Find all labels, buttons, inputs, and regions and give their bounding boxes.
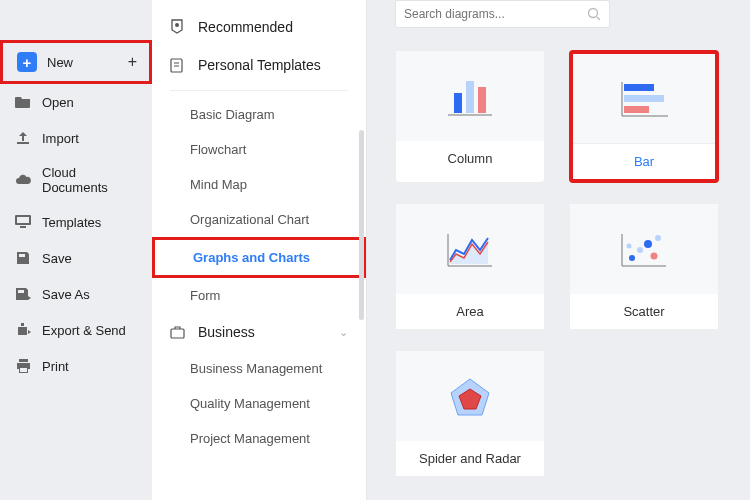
card-bar[interactable]: Bar <box>569 50 719 183</box>
sidebar-item-save[interactable]: Save <box>0 240 152 276</box>
sidebar-item-cloud[interactable]: Cloud Documents <box>0 156 152 204</box>
cloud-icon <box>14 171 32 189</box>
panel-recommended[interactable]: Recommended <box>152 8 366 46</box>
sidebar-item-new[interactable]: + New + <box>0 40 152 84</box>
panel-business[interactable]: Business ⌄ <box>152 313 366 351</box>
panel-sub-quality[interactable]: Quality Management <box>152 386 366 421</box>
card-column[interactable]: Column <box>395 50 545 183</box>
area-chart-icon <box>396 204 544 294</box>
print-icon <box>14 357 32 375</box>
panel-sub-mindmap[interactable]: Mind Map <box>152 167 366 202</box>
save-as-icon <box>14 285 32 303</box>
save-icon <box>14 249 32 267</box>
sidebar-item-label: Import <box>42 131 79 146</box>
panel-sub-form[interactable]: Form <box>152 278 366 313</box>
sidebar-item-label: Templates <box>42 215 101 230</box>
svg-rect-2 <box>20 226 26 228</box>
panel-sub-graphs[interactable]: Graphs and Charts <box>152 237 366 278</box>
document-icon <box>170 58 188 73</box>
card-label: Area <box>396 294 544 329</box>
templates-icon <box>14 213 32 231</box>
main-area: Column Bar <box>367 0 750 500</box>
plus-icon: + <box>17 52 37 72</box>
sidebar-item-save-as[interactable]: Save As <box>0 276 152 312</box>
card-label: Spider and Radar <box>396 441 544 476</box>
svg-rect-19 <box>624 106 649 113</box>
card-label: Scatter <box>570 294 718 329</box>
svg-rect-14 <box>478 87 486 113</box>
badge-icon <box>170 19 188 35</box>
svg-rect-12 <box>454 93 462 113</box>
card-label: Bar <box>573 144 715 179</box>
svg-point-24 <box>629 255 635 261</box>
panel-personal[interactable]: Personal Templates <box>152 46 366 84</box>
add-icon: + <box>128 53 137 71</box>
card-area[interactable]: Area <box>395 203 545 330</box>
sidebar-item-label: Export & Send <box>42 323 126 338</box>
svg-point-28 <box>651 253 658 260</box>
svg-point-4 <box>175 23 179 27</box>
scatter-chart-icon <box>570 204 718 294</box>
search-bar[interactable] <box>395 0 610 28</box>
panel-sub-bizmgmt[interactable]: Business Management <box>152 351 366 386</box>
sidebar-item-label: Save <box>42 251 72 266</box>
bar-chart-icon <box>573 54 715 144</box>
svg-rect-13 <box>466 81 474 113</box>
card-scatter[interactable]: Scatter <box>569 203 719 330</box>
svg-line-10 <box>597 17 600 20</box>
svg-rect-8 <box>171 329 184 338</box>
sidebar-item-open[interactable]: Open <box>0 84 152 120</box>
search-input[interactable] <box>404 7 587 21</box>
card-label: Column <box>396 141 544 176</box>
divider <box>170 90 348 91</box>
sidebar-item-label: Print <box>42 359 69 374</box>
svg-point-9 <box>589 9 598 18</box>
sidebar-item-label: New <box>47 55 73 70</box>
svg-rect-3 <box>20 368 27 372</box>
folder-icon <box>14 93 32 111</box>
sidebar-item-label: Save As <box>42 287 90 302</box>
category-panel: Recommended Personal Templates Basic Dia… <box>152 0 367 500</box>
sidebar: + New + Open Import Cloud Documents Temp… <box>0 0 152 500</box>
sidebar-item-export[interactable]: Export & Send <box>0 312 152 348</box>
card-spider[interactable]: Spider and Radar <box>395 350 545 477</box>
sidebar-item-templates[interactable]: Templates <box>0 204 152 240</box>
svg-rect-1 <box>17 217 29 223</box>
svg-rect-17 <box>624 84 654 91</box>
panel-sub-orgchart[interactable]: Organizational Chart <box>152 202 366 237</box>
import-icon <box>14 129 32 147</box>
sidebar-item-import[interactable]: Import <box>0 120 152 156</box>
svg-point-29 <box>627 244 632 249</box>
panel-label: Personal Templates <box>198 57 321 73</box>
svg-point-27 <box>655 235 661 241</box>
template-grid: Column Bar <box>395 50 732 477</box>
radar-chart-icon <box>396 351 544 441</box>
column-chart-icon <box>396 51 544 141</box>
panel-label: Business <box>198 324 255 340</box>
panel-sub-project[interactable]: Project Management <box>152 421 366 456</box>
sidebar-item-label: Cloud Documents <box>42 165 138 195</box>
export-icon <box>14 321 32 339</box>
scrollbar[interactable] <box>359 130 364 320</box>
panel-label: Recommended <box>198 19 293 35</box>
svg-rect-18 <box>624 95 664 102</box>
panel-sub-basic[interactable]: Basic Diagram <box>152 97 366 132</box>
svg-point-26 <box>644 240 652 248</box>
briefcase-icon <box>170 326 188 339</box>
panel-sub-flowchart[interactable]: Flowchart <box>152 132 366 167</box>
svg-point-25 <box>637 247 643 253</box>
search-icon <box>587 7 601 21</box>
sidebar-item-label: Open <box>42 95 74 110</box>
chevron-down-icon: ⌄ <box>339 326 348 339</box>
sidebar-item-print[interactable]: Print <box>0 348 152 384</box>
